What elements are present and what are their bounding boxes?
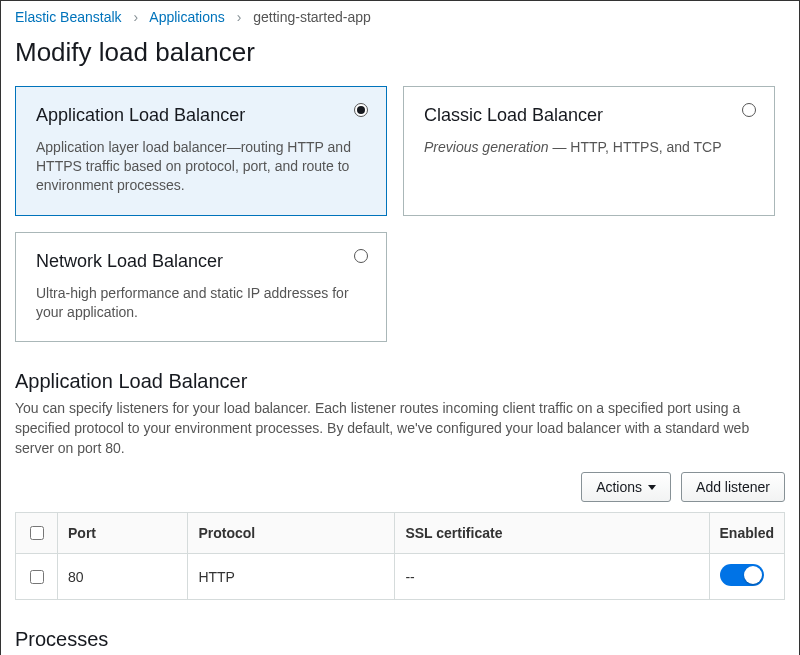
card-application-lb[interactable]: Application Load Balancer Application la… (15, 86, 387, 216)
card-desc: Application layer load balancer—routing … (36, 138, 366, 195)
breadcrumb-link-eb[interactable]: Elastic Beanstalk (15, 9, 122, 25)
chevron-right-icon: › (237, 9, 242, 25)
col-enabled: Enabled (709, 513, 784, 554)
radio-icon[interactable] (742, 103, 756, 117)
cell-port: 80 (58, 554, 188, 600)
card-title: Network Load Balancer (36, 251, 366, 272)
radio-icon[interactable] (354, 103, 368, 117)
section-title-listeners: Application Load Balancer (15, 370, 785, 393)
card-title: Application Load Balancer (36, 105, 366, 126)
col-port: Port (58, 513, 188, 554)
section-title-processes: Processes (15, 628, 785, 651)
section-desc-listeners: You can specify listeners for your load … (15, 399, 785, 458)
cell-enabled (709, 554, 784, 600)
cell-ssl: -- (395, 554, 709, 600)
enabled-toggle[interactable] (720, 564, 764, 586)
cell-protocol: HTTP (188, 554, 395, 600)
col-protocol: Protocol (188, 513, 395, 554)
row-checkbox[interactable] (30, 570, 44, 584)
listeners-table: Port Protocol SSL certificate Enabled 80… (15, 512, 785, 600)
chevron-right-icon: › (134, 9, 139, 25)
breadcrumb: Elastic Beanstalk › Applications › getti… (1, 1, 799, 29)
card-classic-lb[interactable]: Classic Load Balancer Previous generatio… (403, 86, 775, 216)
card-desc: Previous generation — HTTP, HTTPS, and T… (424, 138, 754, 157)
breadcrumb-link-apps[interactable]: Applications (149, 9, 225, 25)
page-title: Modify load balancer (15, 37, 785, 68)
table-row[interactable]: 80 HTTP -- (16, 554, 785, 600)
card-title: Classic Load Balancer (424, 105, 754, 126)
col-ssl: SSL certificate (395, 513, 709, 554)
add-listener-button[interactable]: Add listener (681, 472, 785, 502)
table-header-row: Port Protocol SSL certificate Enabled (16, 513, 785, 554)
card-network-lb[interactable]: Network Load Balancer Ultra-high perform… (15, 232, 387, 343)
col-checkbox (16, 513, 58, 554)
listeners-toolbar: Actions Add listener (1, 472, 799, 512)
caret-down-icon (648, 485, 656, 490)
radio-icon[interactable] (354, 249, 368, 263)
card-desc: Ultra-high performance and static IP add… (36, 284, 366, 322)
lb-type-cards: Application Load Balancer Application la… (1, 86, 799, 342)
breadcrumb-current: getting-started-app (253, 9, 371, 25)
select-all-checkbox[interactable] (30, 526, 44, 540)
actions-button[interactable]: Actions (581, 472, 671, 502)
